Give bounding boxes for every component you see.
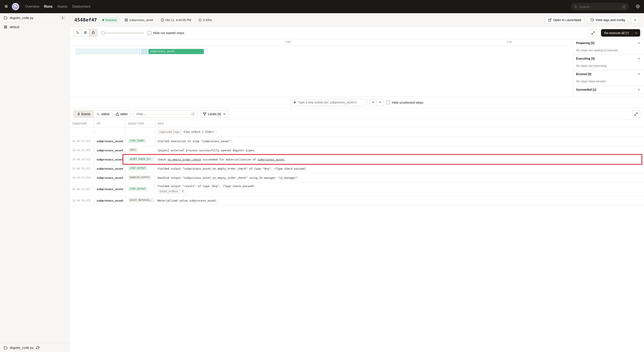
svg-point-6 [638, 6, 638, 7]
gantt-filter-row: Hide unselected steps [70, 97, 644, 108]
tag-icon [590, 18, 594, 22]
hide-unselected-checkbox[interactable]: Hide unselected steps [386, 100, 423, 104]
search-box[interactable]: / [571, 3, 629, 10]
search-input[interactable] [579, 5, 620, 8]
folder-icon [4, 16, 7, 19]
gantt-view-timed[interactable] [90, 29, 97, 37]
chevron-down-icon [637, 41, 640, 45]
step-subset-input[interactable] [290, 99, 367, 106]
nav-assets[interactable]: Assets [57, 5, 68, 8]
sidebar-file-count: 1 [60, 16, 66, 20]
more-menu-button[interactable] [631, 16, 639, 24]
clear-icon[interactable] [192, 112, 195, 116]
svg-rect-8 [6, 26, 7, 27]
log-table: TIMESTAMP OP EVENT TYPE INFO captured_lo… [70, 120, 644, 352]
svg-line-30 [592, 33, 593, 34]
chevron-down-icon [634, 18, 637, 22]
slider-thumb-icon[interactable] [101, 31, 105, 35]
log-toolbar: Events stdout stderr Levels (5) [70, 108, 644, 120]
zoom-slider[interactable] [101, 32, 144, 34]
gantt-bar-prep2 [141, 49, 147, 54]
clock-icon [161, 18, 164, 22]
nav-overview[interactable]: Overview [25, 5, 40, 8]
nav-deployment[interactable]: Deployment [72, 5, 90, 8]
svg-rect-10 [6, 27, 7, 28]
log-row[interactable]: 16:44:56.021subprocess_assetSTEP_OUTPUTY… [70, 164, 644, 173]
stopwatch-icon [198, 18, 202, 22]
side-executing-header[interactable]: Executing (0) [573, 55, 644, 62]
search-kbd: / [622, 5, 626, 9]
side-preparing-header[interactable]: Preparing (0) [573, 39, 644, 47]
sidebar-item-default[interactable]: default [0, 22, 70, 31]
log-row[interactable]: 16:44:56.024subprocess_assetHANDLED_OUTP… [70, 173, 644, 182]
reexecute-menu-button[interactable] [632, 29, 640, 37]
svg-line-48 [635, 114, 636, 115]
svg-rect-12 [126, 19, 128, 20]
svg-line-47 [636, 113, 638, 114]
job-link[interactable]: subprocess_asset [122, 17, 156, 23]
main-content: 4548ef47 Success subprocess_asset Oct 11… [70, 13, 644, 352]
log-header-row: TIMESTAMP OP EVENT TYPE INFO [70, 120, 644, 127]
expand-icon [634, 112, 638, 116]
gear-icon[interactable] [636, 4, 640, 9]
asterisk-icon [293, 101, 296, 104]
chevron-down-icon [634, 31, 638, 35]
svg-point-16 [199, 19, 201, 21]
log-row[interactable]: 16:44:56.015subprocess_assetASSET_CHECK_… [70, 155, 644, 164]
chevron-down-icon [637, 72, 640, 76]
log-fullscreen-button[interactable] [632, 110, 640, 118]
gantt-view-waterfall[interactable] [74, 29, 82, 37]
svg-rect-7 [4, 26, 5, 27]
terminal-icon [97, 112, 100, 116]
status-dot-icon [102, 19, 104, 21]
open-launchpad-button[interactable]: Open in Launchpad [545, 16, 584, 24]
gantt-ruler: 0.5s 1.0s [70, 39, 572, 45]
hamburger-icon[interactable] [4, 3, 8, 9]
nav-runs[interactable]: Runs [44, 5, 52, 8]
svg-point-4 [574, 5, 576, 7]
gantt-bar[interactable]: subprocess_asset [76, 49, 204, 54]
fullscreen-button[interactable] [589, 29, 597, 37]
top-nav: Overview Runs Assets Deployment / [0, 0, 644, 13]
layer-up-button[interactable] [377, 99, 384, 106]
side-errored-header[interactable]: Errored (0) [573, 70, 644, 78]
view-tags-button[interactable]: View tags and config [587, 16, 628, 24]
tab-events[interactable]: Events [74, 111, 94, 117]
hide-not-started-checkbox[interactable]: Hide not started steps [148, 31, 184, 35]
sidebar-file-label: dagster_code.py [10, 16, 34, 19]
external-icon [548, 18, 552, 22]
layer-down-button[interactable] [370, 99, 377, 106]
chevron-down-icon [637, 57, 640, 60]
log-row[interactable]: 16:44:56.027subprocess_assetSTEP_OUTPUTY… [70, 182, 644, 196]
side-succeeded-header[interactable]: Succeeded (1) [573, 86, 644, 93]
log-row[interactable]: captured_logsView stdout / stderr [70, 127, 644, 137]
layers-icon [4, 25, 7, 29]
logo[interactable] [12, 3, 19, 10]
search-icon [574, 5, 577, 8]
run-timestamp: Oct 11, 4:44:55 PM [159, 17, 193, 23]
levels-button[interactable]: Levels (5) [200, 110, 229, 118]
tab-stdout[interactable]: stdout [94, 111, 113, 117]
gantt-bar-exec: subprocess_asset [148, 49, 204, 54]
tab-stderr[interactable]: stderr [113, 111, 131, 117]
grid-icon [124, 18, 128, 22]
log-row[interactable]: 16:44:56.033subprocess_assetASSET_MATERI… [70, 196, 644, 205]
reexecute-button[interactable]: Re-execute all (*) [601, 29, 632, 37]
sidebar-footer-file[interactable]: dagster_code.py [0, 343, 70, 352]
log-row[interactable]: 16:44:55.673subprocess_assetSTEP_STARTSt… [70, 137, 644, 146]
log-row[interactable]: 16:44:55.992subprocess_assetINFO[pipes] … [70, 146, 644, 155]
list-icon [77, 112, 80, 116]
sidebar-item-file[interactable]: dagster_code.py 1 [0, 13, 70, 22]
run-id: 4548ef47 [74, 17, 97, 22]
svg-rect-14 [126, 20, 128, 21]
log-tab-group: Events stdout stderr [74, 110, 131, 118]
nav-links: Overview Runs Assets Deployment [25, 5, 90, 8]
log-filter-input[interactable] [134, 110, 198, 118]
warning-icon [116, 112, 119, 116]
gantt-chart[interactable]: 0.5s 1.0s subprocess_asset [70, 39, 572, 96]
refresh-icon[interactable] [36, 346, 40, 350]
chevron-down-icon [223, 112, 226, 116]
sidebar-default-label: default [10, 25, 20, 29]
run-header: 4548ef47 Success subprocess_asset Oct 11… [70, 13, 644, 26]
gantt-view-flat[interactable] [82, 29, 90, 37]
